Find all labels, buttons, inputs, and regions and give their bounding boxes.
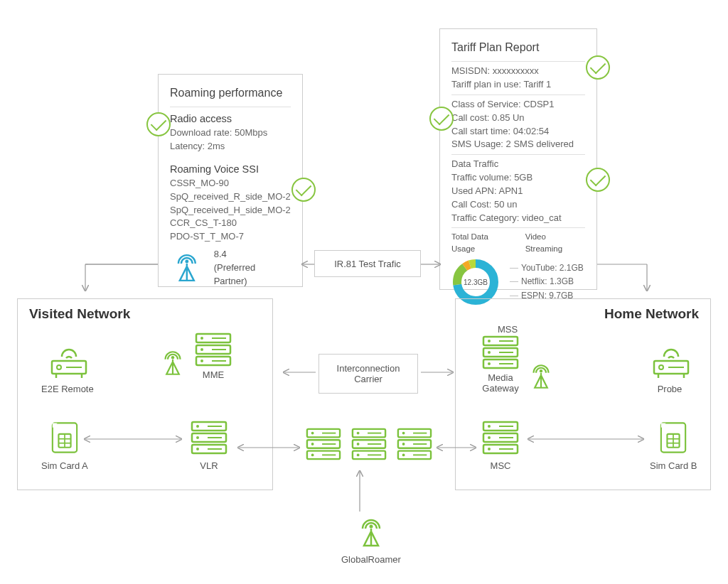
col-total: Total Data Usage <box>451 231 514 254</box>
check-icon <box>146 112 171 136</box>
check-icon <box>291 178 316 202</box>
ir81-label: IR.81 Test Trafic <box>334 259 401 269</box>
server-stack-icon <box>189 419 229 456</box>
traffic-category: Traffic Category: video_cat <box>451 212 585 225</box>
carrier-servers <box>304 426 434 462</box>
interconnection-carrier-box: Interconnection Carrier <box>318 354 418 394</box>
panel-title: Roaming performance <box>170 85 291 101</box>
e2e-remote-node: E2E Remote <box>41 345 94 394</box>
section-title: Roaming Voice SSI <box>170 162 291 177</box>
legend-row: —YouTube: 2.1GB <box>510 262 584 274</box>
sim-icon <box>48 419 82 456</box>
antenna-icon <box>354 516 388 550</box>
metric: SpQ_received_H_side_MO-2 <box>170 204 291 217</box>
section-title: Radio access <box>170 112 291 126</box>
vlr-node: VLR <box>189 419 229 471</box>
metric: SpQ_received_R_side_MO-2 <box>170 190 291 204</box>
sms-usage: SMS Usage: 2 SMS delivered <box>451 138 585 151</box>
modem-icon <box>48 345 87 379</box>
server-stack-icon <box>395 426 434 462</box>
panel-title: Tariff Plan Report <box>451 39 585 55</box>
server-stack-icon <box>193 331 233 368</box>
msc-node: MSC <box>481 419 520 471</box>
legend-row: —Netflix: 1.3GB <box>510 276 584 288</box>
home-network-title: Home Network <box>467 306 699 322</box>
msisdn: MSISDN: xxxxxxxxxx <box>451 65 585 78</box>
server-stack-icon <box>481 334 520 371</box>
latency: Latency: 2ms <box>170 140 291 153</box>
class-of-service: Class of Service: CDSP1 <box>451 98 585 112</box>
sim-b-node: Sim Card B <box>650 419 697 471</box>
server-stack-icon <box>350 426 388 462</box>
check-icon <box>429 107 454 131</box>
antenna-icon <box>526 359 556 394</box>
call-cost-2: Call Cost: 50 un <box>451 198 585 212</box>
col-video: Video Streaming <box>525 231 585 254</box>
probe-node: Probe <box>650 345 690 394</box>
server-stack-icon <box>304 426 343 462</box>
server-stack-icon <box>481 419 520 456</box>
ir81-box: IR.81 Test Trafic <box>314 250 421 277</box>
metric: CCR_CS_T-180 <box>170 217 291 230</box>
arrows-layer <box>0 0 728 584</box>
antenna-icon <box>158 346 188 380</box>
mme-node: MME <box>158 331 233 380</box>
sim-a-node: Sim Card A <box>41 419 88 471</box>
globalroamer-node: GlobalRoamer <box>341 516 401 565</box>
call-cost: Call cost: 0.85 Un <box>451 112 585 125</box>
tariff-panel: Tariff Plan Report MSISDN: xxxxxxxxxx Ta… <box>439 28 597 290</box>
donut-total: 12.3GB <box>464 279 488 286</box>
data-traffic: Data Traffic <box>451 158 585 171</box>
mss-label: MSS <box>498 323 518 335</box>
check-icon <box>586 55 610 80</box>
antenna-icon <box>170 251 204 285</box>
visited-network-title: Visited Network <box>29 306 261 322</box>
sim-icon <box>656 419 690 456</box>
download-rate: Download rate: 50Mbps <box>170 126 291 140</box>
used-apn: Used APN: APN1 <box>451 185 585 198</box>
media-gateway-node: Media Gateway <box>481 334 556 394</box>
roaming-performance-panel: Roaming performance Radio access Downloa… <box>158 74 303 287</box>
metric: PDO-ST_T_MO-7 <box>170 230 291 244</box>
tariff-plan: Tariff plan in use: Tariff 1 <box>451 78 585 92</box>
call-start: Call start time: 04:02:54 <box>451 125 585 139</box>
metric: CSSR_MO-90 <box>170 177 291 190</box>
traffic-volume: Traffic volume: 5GB <box>451 171 585 185</box>
preferred-partner: 8.4 (Preferred Partner) <box>214 248 291 288</box>
modem-icon <box>650 345 690 379</box>
check-icon <box>586 168 610 192</box>
